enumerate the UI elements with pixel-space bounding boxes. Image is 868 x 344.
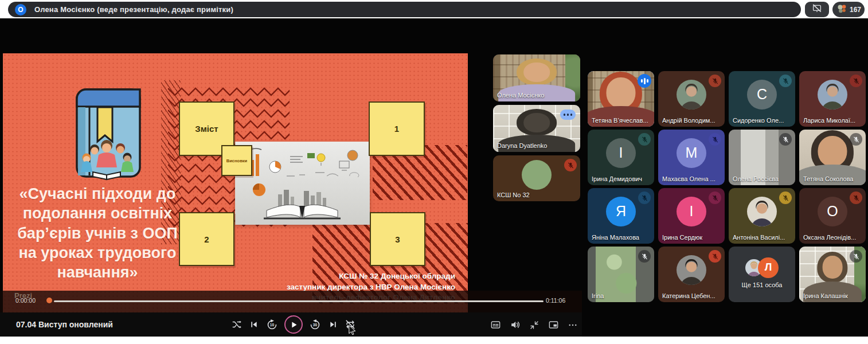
participant-tile[interactable]: Андрій Володим... bbox=[658, 71, 725, 127]
mic-off-icon bbox=[638, 250, 651, 263]
svg-text:10: 10 bbox=[270, 323, 275, 327]
participant-tile[interactable]: Лариса Миколаї... bbox=[799, 71, 866, 127]
captions-bubble-icon bbox=[560, 110, 576, 120]
avatar-letter: І bbox=[677, 197, 706, 226]
avatar-letter: M bbox=[677, 138, 706, 168]
progress-bar[interactable] bbox=[54, 300, 544, 302]
participant-tile[interactable]: Катерина Цебен... bbox=[658, 247, 725, 302]
participant-name: Махаєва Олена ... bbox=[662, 175, 721, 182]
sticky-note-label: 3 bbox=[395, 234, 400, 244]
sticky-note: 3 bbox=[370, 212, 425, 266]
participant-grid: Тетяна В’ячеслав...Андрій Володим...CСид… bbox=[588, 71, 866, 302]
participant-tile[interactable]: Тетяна Соколова bbox=[799, 130, 866, 185]
participant-tile[interactable]: Тетяна В’ячеслав... bbox=[588, 71, 654, 127]
filmstrip-tiles: Олена МосієнкоDaryna DyatlenkoКСШ No 32 bbox=[493, 54, 580, 201]
participant-tile[interactable]: Daryna Dyatlenko bbox=[493, 105, 580, 152]
bottom-strip bbox=[0, 337, 868, 344]
participant-tile[interactable]: ІІрина Сердюк bbox=[658, 188, 725, 244]
avatar-photo bbox=[818, 80, 847, 110]
participant-name: Ірина Сердюк bbox=[662, 234, 721, 241]
time-total: 0:11:06 bbox=[546, 297, 565, 304]
avatar-photo bbox=[677, 255, 706, 285]
participant-tile[interactable]: OОксана Леонідів... bbox=[799, 188, 866, 244]
overflow-avatars: Л bbox=[745, 257, 779, 278]
mic-off-icon bbox=[638, 191, 651, 204]
forward-30-button[interactable]: 30 bbox=[308, 318, 322, 332]
mic-off-icon bbox=[709, 191, 721, 204]
avatar-letter: І bbox=[606, 138, 636, 168]
participant-tile[interactable]: Олена Россієва bbox=[729, 130, 795, 185]
mic-off-icon bbox=[850, 75, 862, 87]
play-button[interactable] bbox=[284, 315, 303, 334]
participant-tile[interactable]: CСидоренко Оле... bbox=[729, 71, 795, 127]
presenter-label: Олена Мосієнко (веде презентацію, додає … bbox=[34, 5, 233, 14]
mic-off-icon bbox=[850, 250, 862, 263]
mic-off-icon bbox=[709, 250, 721, 263]
video-title: 07.04 Виступ оновлений bbox=[16, 320, 113, 329]
replay-10-button[interactable]: 10 bbox=[265, 318, 279, 332]
mic-off-icon bbox=[709, 75, 721, 87]
participant-tile[interactable]: MМахаєва Олена ... bbox=[658, 130, 725, 185]
prezi-watermark: Prezi bbox=[14, 291, 32, 300]
participant-name: Катерина Цебен... bbox=[662, 292, 721, 299]
mic-off-icon bbox=[850, 133, 862, 146]
participant-tile[interactable]: ЯЯніна Малахова bbox=[588, 188, 654, 244]
mic-off-icon bbox=[638, 133, 651, 146]
transport-controls: 10 30 bbox=[230, 315, 357, 334]
avatar-letter: Я bbox=[606, 197, 636, 226]
shuffle-button[interactable] bbox=[230, 318, 243, 331]
participant-name: Оксана Леонідів... bbox=[803, 234, 862, 241]
mic-off-icon bbox=[564, 159, 577, 171]
svg-text:30: 30 bbox=[313, 323, 318, 327]
book-kids-illustration bbox=[68, 81, 145, 185]
skip-next-button[interactable] bbox=[327, 319, 339, 330]
more-options-button[interactable] bbox=[566, 319, 579, 331]
sticky-note: Висновки bbox=[221, 145, 252, 176]
exit-fullscreen-button[interactable] bbox=[528, 319, 541, 331]
idea-doodles-illustration bbox=[235, 142, 370, 225]
participant-tile[interactable]: ІІрина Демидович bbox=[588, 130, 654, 185]
participant-name: КСШ No 32 bbox=[497, 191, 576, 198]
participant-tile[interactable]: Антоніна Василі... bbox=[729, 188, 795, 244]
participant-tile[interactable]: ЛЩе 151 особа bbox=[729, 247, 795, 302]
presenter-banner: О Олена Мосієнко (веде презентацію, дода… bbox=[8, 2, 801, 17]
slide-title: «Сучасні підходи до подолання освітніх б… bbox=[7, 184, 187, 282]
participants-pill[interactable]: 167 bbox=[832, 2, 865, 17]
audio-indicator-icon bbox=[638, 74, 651, 88]
captions-button[interactable] bbox=[489, 318, 502, 331]
avatar-letter: Л bbox=[758, 257, 779, 278]
skip-previous-button[interactable] bbox=[248, 319, 260, 330]
mic-off-icon bbox=[779, 133, 792, 146]
player-right-controls bbox=[489, 318, 579, 331]
sticky-note: 1 bbox=[369, 101, 425, 156]
avatar-photo bbox=[677, 80, 706, 110]
playhead-handle[interactable] bbox=[46, 298, 52, 303]
participant-name: Тетяна В’ячеслав... bbox=[592, 117, 650, 124]
participant-name: Антоніна Василі... bbox=[733, 234, 791, 241]
slide-footer-line: КСШ № 32 Донецької облради bbox=[287, 271, 455, 282]
sticky-note-label: 1 bbox=[394, 124, 399, 134]
participant-name: Олена Россієва bbox=[733, 175, 791, 182]
mic-off-icon bbox=[779, 191, 792, 204]
participant-name: Ірина Калашнік bbox=[803, 292, 862, 299]
presenter-avatar: О bbox=[15, 4, 26, 15]
mic-off-icon bbox=[709, 133, 721, 146]
avatar-photo bbox=[522, 160, 552, 190]
participant-name: Яніна Малахова bbox=[592, 234, 650, 241]
participant-tile[interactable]: Ірина Калашнік bbox=[799, 247, 866, 302]
video-progress-overlay: 0:00:00 0:11:06 bbox=[0, 291, 582, 312]
participant-name: Олена Мосієнко bbox=[497, 92, 576, 99]
participant-tile[interactable]: Irina bbox=[588, 247, 654, 302]
volume-button[interactable] bbox=[509, 318, 522, 331]
participant-name: Сидоренко Оле... bbox=[733, 117, 791, 124]
presentation-off-button[interactable] bbox=[805, 2, 829, 17]
top-header-row: О Олена Мосієнко (веде презентацію, дода… bbox=[0, 0, 868, 18]
participant-tile[interactable]: Олена Мосієнко bbox=[493, 54, 580, 101]
participant-name: Daryna Dyatlenko bbox=[497, 142, 576, 149]
participant-tile[interactable]: КСШ No 32 bbox=[493, 155, 580, 201]
participant-name: Лариса Миколаї... bbox=[803, 117, 862, 124]
mic-off-icon bbox=[850, 191, 862, 204]
participant-name: Ще 151 особа bbox=[729, 282, 795, 288]
picture-in-picture-button[interactable] bbox=[547, 318, 560, 331]
player-bar: 07.04 Виступ оновлений 10 30 bbox=[0, 312, 582, 337]
